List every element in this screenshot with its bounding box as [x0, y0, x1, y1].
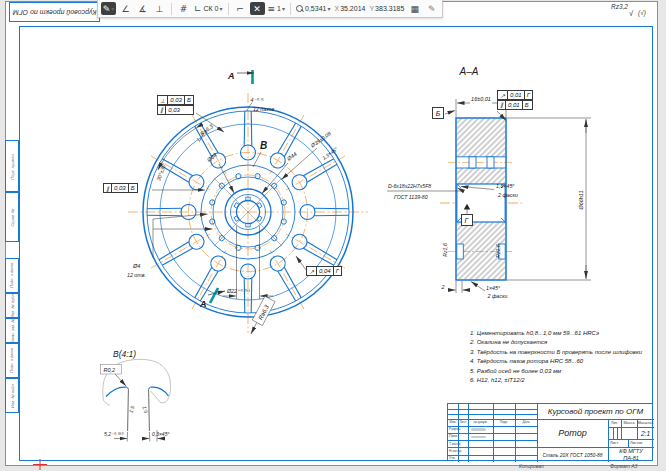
titleblock-org: КФ МГТУ ПА-81 — [608, 447, 654, 462]
detail-title: В(4:1) — [113, 349, 136, 359]
align-snap-icon: ∡ — [138, 4, 146, 14]
technical-notes: 1. Цементировать h0,8...1,0 мм 59...61 H… — [470, 329, 662, 385]
section-label-bottom: А — [199, 299, 207, 309]
dim-d4: Ø4 — [132, 263, 140, 269]
floating-toolbar: ✎▾ ∠ ∡ ⊥ # ∟СК 0▾ ⌐ ✕ ≡1▾ 0,5341▾ X35.20… — [97, 0, 443, 18]
ortho-button[interactable]: ⌐ — [233, 2, 248, 15]
format-label: Формат A3 — [610, 463, 637, 469]
t-sym: ↗ — [307, 267, 317, 275]
rz-right: Rz1,6 — [495, 244, 501, 258]
detail-marker: В — [260, 140, 267, 151]
separator — [171, 3, 172, 15]
tol-frame-top: ⊥0,03Б ∥0,03 — [157, 95, 194, 115]
tol-sym: ∥ — [104, 184, 112, 192]
detail-radius: R0,2 — [104, 367, 116, 373]
col-docnum: № докум. — [468, 419, 493, 426]
tol-frame-bottom: ↗0,04Г — [306, 266, 342, 276]
col-podp: Подп. — [493, 419, 515, 426]
kompas-cad-window: { "app": { "toolbar": { "ck": "СК 0", "l… — [0, 0, 666, 471]
taper-left: 1:5 — [128, 405, 136, 413]
dim-slot-width: 4⁻⁰·⁰⁷ — [251, 97, 266, 103]
section-title: А–А — [459, 66, 479, 77]
titleblock-scale: 2:1 — [637, 427, 654, 439]
chevron-down-icon: ▾ — [220, 5, 223, 12]
datum-g-flag: Г — [461, 214, 473, 226]
dim-angle: 30°±30′ — [155, 162, 167, 182]
note-line: 6. H12, h12, ±IT12/2 — [470, 376, 662, 385]
detail-view: В(4:1) R0,2 1:5 1:5 5,2⁺⁰·⁰³⁰ 0,3×45° — [101, 349, 171, 442]
signature-scribble — [471, 436, 486, 439]
section-view: А–А — [387, 66, 591, 299]
detail-dim-width: 5,2⁺⁰·⁰³⁰ — [104, 431, 124, 437]
keyboard-input-button[interactable]: ▦ — [407, 2, 422, 15]
ortho-icon: ⌐ — [236, 4, 244, 14]
angle-snap-icon: ∠ — [121, 4, 129, 14]
titleblock-part-name: Ротор — [537, 419, 608, 447]
dim-d4-count: 12 отв. — [127, 272, 146, 278]
pencil-icon: ✎ — [428, 4, 436, 14]
snap-angle-button[interactable]: ∠ — [118, 2, 133, 15]
snap-perp-button[interactable]: ⊥ — [152, 2, 167, 15]
chevron-down-icon: ▾ — [327, 5, 330, 12]
chevron-down-icon: ▾ — [282, 5, 285, 12]
copied-label: Копировал — [519, 463, 544, 469]
dim-slot-count: 12 пазов — [253, 106, 274, 112]
role-nkontr: Н.контр. — [448, 447, 469, 454]
title-block: Курсовой проект по ОГМ Ротор Лит. Масса … — [447, 403, 653, 461]
datum-b-flag: Б — [432, 107, 444, 119]
edit-mode-button[interactable]: ✎ — [424, 2, 439, 15]
centerlines — [128, 93, 368, 333]
dim-2: 2 — [440, 284, 444, 290]
col-data: Дата — [515, 419, 537, 426]
draw-style-button[interactable]: ✎▾ — [101, 2, 116, 15]
header-scale: Масштаб — [637, 419, 654, 427]
spline-designation: D-6x18x22H7x5F8 — [388, 183, 431, 189]
cursor-x-readout: X35.2014 — [333, 2, 366, 15]
detail-dim-chamfer: 0,3×45° — [152, 431, 169, 437]
note-line: 3. Твёрдость на поверхности Б проверять … — [470, 348, 662, 357]
signature-scribble — [471, 428, 486, 431]
note-line: 5. Разбой осей не более 0,03 мм — [470, 367, 662, 376]
tol-sym: ↗ — [498, 91, 508, 99]
role-prov: Пров. — [448, 433, 469, 440]
dim-d66: Ø66h11 — [578, 190, 584, 210]
chamfer-top: 1,6×45° — [496, 183, 514, 189]
detail-surfaces — [106, 387, 169, 396]
role-utv: Утв. — [448, 455, 469, 462]
pencil-icon: ✎ — [103, 4, 111, 14]
note-line: 2. Окалина не допускается — [470, 338, 662, 347]
snap-align-button[interactable]: ∡ — [135, 2, 150, 15]
snap-icon: ✕ — [253, 4, 261, 14]
chamfer-top-note: 2 фаски — [497, 192, 518, 198]
spline-gost: ГОСТ 1139-80 — [394, 194, 428, 200]
tol-frame-left: ∥0,03Б — [103, 183, 138, 193]
rz-left: Rz1,6 — [442, 243, 448, 257]
chevron-down-icon: ▾ — [111, 5, 114, 12]
perpendicular-snap-icon: ⊥ — [156, 4, 164, 14]
cursor-y-readout: Y383.3185 — [368, 2, 405, 15]
titleblock-project: Курсовой проект по ОГМ — [537, 404, 654, 419]
coordinate-system-button[interactable]: ∟СК 0▾ — [193, 2, 224, 15]
section-label-top: А — [227, 71, 235, 81]
hatch-top — [457, 119, 505, 157]
snap-toggle-button[interactable]: ✕ — [250, 2, 265, 15]
note-line: 1. Цементировать h0,8...1,0 мм 59...61 H… — [470, 329, 662, 338]
header-mass: Масса — [621, 419, 637, 427]
tol-sym: ∥ — [158, 106, 166, 114]
role-razrab: Разраб. — [448, 426, 469, 433]
dim-d39: Ø39±0,08 — [309, 130, 332, 149]
grid-button[interactable]: # — [176, 2, 191, 15]
tol-frame-section: ↗0,01Г ∥0,01Б — [497, 90, 533, 110]
sheets-label: Листов — [628, 439, 656, 447]
tol-sym: ∥ — [498, 101, 506, 109]
zoom-control[interactable]: 0,5341▾ — [295, 2, 331, 15]
separator — [290, 3, 291, 15]
titleblock-material: Сталь 20Х ГОСТ 1050-88 — [537, 447, 608, 462]
dim-width: 16±0,01 — [471, 96, 491, 102]
role-tkontr: Т.контр. — [448, 440, 469, 447]
chamfer-bottom: 1×45° — [486, 285, 500, 291]
layers-button[interactable]: ≡1▾ — [267, 2, 286, 15]
note-line: 4. Твёрдость пазов ротора HRC 58...60 — [470, 357, 662, 366]
taper-right: 1:5 — [142, 405, 150, 413]
ra-bottom-box: Ra6,3 — [252, 296, 275, 325]
